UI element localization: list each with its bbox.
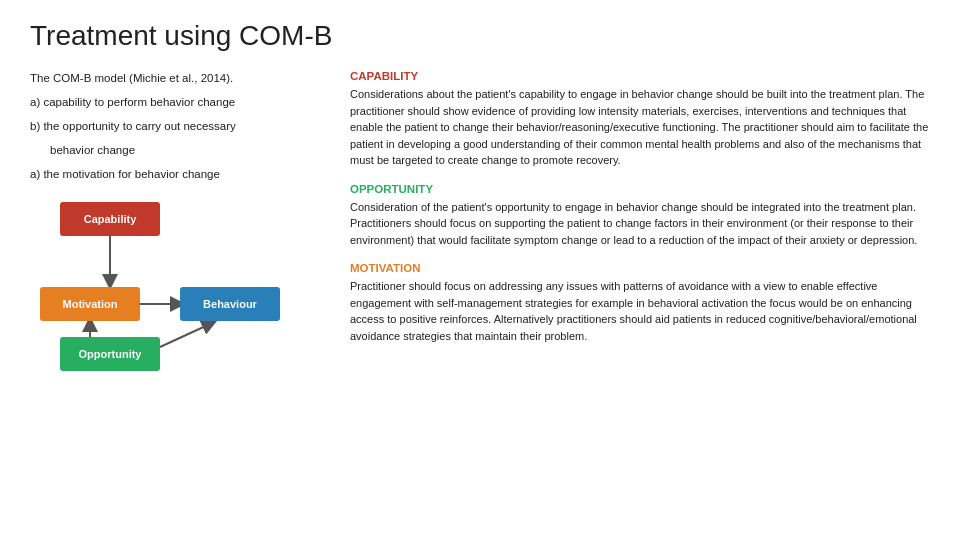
com-b-diagram: Capability Motivation Behaviour Opportun… <box>30 192 290 372</box>
behaviour-box: Behaviour <box>180 287 280 321</box>
svg-line-3 <box>160 324 210 347</box>
item-a2: a) the motivation for behavior change <box>30 166 330 182</box>
item-a: a) capability to perform behavior change <box>30 94 330 110</box>
opportunity-section: OPPORTUNITY Consideration of the patient… <box>350 183 930 249</box>
item-b-label: the opportunity to carry out necessary <box>43 120 235 132</box>
content-area: The COM-B model (Michie et al., 2014). a… <box>30 70 930 372</box>
item-a-label: capability to perform behavior change <box>43 96 235 108</box>
item-a2-label: the motivation for behavior change <box>43 168 219 180</box>
intro-text: The COM-B model (Michie et al., 2014). <box>30 70 330 86</box>
left-column: The COM-B model (Michie et al., 2014). a… <box>30 70 330 372</box>
opportunity-body: Consideration of the patient's opportuni… <box>350 199 930 249</box>
capability-section: CAPABILITY Considerations about the pati… <box>350 70 930 169</box>
item-b-prefix: b) <box>30 120 43 132</box>
item-indent-label: behavior change <box>50 144 135 156</box>
capability-title: CAPABILITY <box>350 70 930 82</box>
capability-body: Considerations about the patient's capab… <box>350 86 930 169</box>
opportunity-title: OPPORTUNITY <box>350 183 930 195</box>
page-title: Treatment using COM-B <box>30 20 930 52</box>
right-column: CAPABILITY Considerations about the pati… <box>350 70 930 372</box>
item-a2-prefix: a) <box>30 168 43 180</box>
item-a-prefix: a) <box>30 96 43 108</box>
motivation-section: MOTIVATION Practitioner should focus on … <box>350 262 930 344</box>
motivation-box: Motivation <box>40 287 140 321</box>
item-indent: behavior change <box>50 142 330 158</box>
page: Treatment using COM-B The COM-B model (M… <box>0 0 960 540</box>
item-b: b) the opportunity to carry out necessar… <box>30 118 330 134</box>
capability-box: Capability <box>60 202 160 236</box>
opportunity-box: Opportunity <box>60 337 160 371</box>
motivation-body: Practitioner should focus on addressing … <box>350 278 930 344</box>
motivation-title: MOTIVATION <box>350 262 930 274</box>
